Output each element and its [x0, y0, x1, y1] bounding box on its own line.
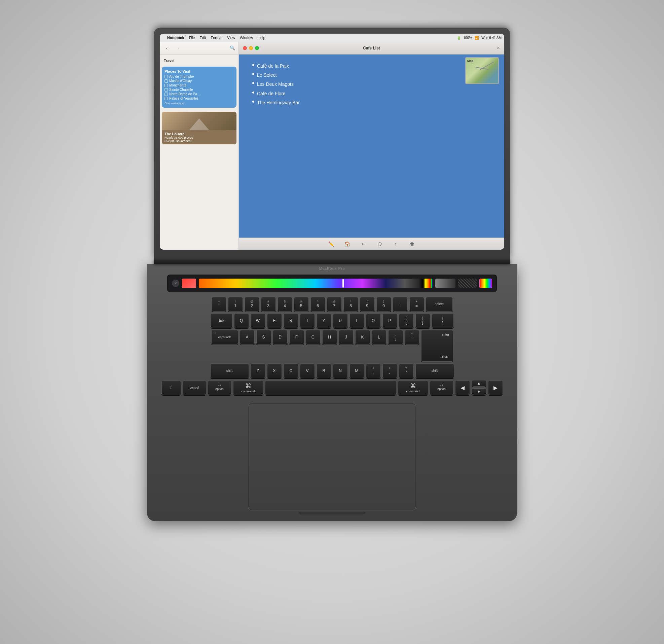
key-u[interactable]: U	[333, 313, 348, 328]
louvre-card[interactable]: The Louvre Nearly 35,000 pieces 652,300 …	[162, 112, 236, 144]
key-alt-option-right[interactable]: altoption	[430, 380, 453, 395]
key-space[interactable]	[265, 380, 396, 395]
keyboard: ~` !1 @2 #3 $4 %5 ^6 &7 *8 (9 )0 _- += d…	[167, 294, 497, 399]
close-button[interactable]	[243, 46, 247, 50]
key-r[interactable]: R	[284, 313, 298, 328]
touchbar-gray-strip[interactable]	[435, 279, 455, 288]
menu-format[interactable]: Format	[211, 36, 222, 40]
undo-icon[interactable]: ↩	[360, 241, 367, 247]
key-period[interactable]: >.	[382, 363, 397, 378]
touchpad[interactable]	[248, 403, 416, 510]
back-button[interactable]: ‹	[163, 44, 170, 52]
key-l[interactable]: L	[372, 330, 387, 345]
key-c[interactable]: C	[284, 363, 298, 378]
key-rbracket[interactable]: }]	[415, 313, 430, 328]
key-g[interactable]: G	[306, 330, 320, 345]
key-minus[interactable]: _-	[393, 297, 408, 311]
key-shift-left[interactable]: shift	[210, 363, 249, 378]
menu-view[interactable]: View	[227, 36, 235, 40]
key-tab[interactable]: tab	[211, 313, 232, 328]
search-button[interactable]: 🔍	[230, 45, 235, 51]
key-quote[interactable]: "'	[404, 330, 419, 345]
key-2[interactable]: @2	[245, 297, 260, 311]
touchbar-color-swatch[interactable]	[182, 279, 196, 288]
key-t[interactable]: T	[300, 313, 315, 328]
key-6[interactable]: ^6	[310, 297, 325, 311]
touchbar-slider-handle[interactable]	[343, 279, 344, 288]
key-h[interactable]: H	[322, 330, 337, 345]
key-n[interactable]: N	[333, 363, 348, 378]
key-i[interactable]: I	[350, 313, 364, 328]
key-e[interactable]: E	[267, 313, 282, 328]
key-a[interactable]: A	[240, 330, 255, 345]
key-v[interactable]: V	[300, 363, 315, 378]
key-o[interactable]: O	[366, 313, 381, 328]
key-command-right[interactable]: ⌘ command	[398, 380, 428, 395]
key-equals[interactable]: +=	[409, 297, 424, 311]
places-card[interactable]: Places To Visit Arc de Triomphe Musée d'…	[162, 67, 236, 108]
key-arrow-left[interactable]: ◀	[455, 380, 470, 395]
bullet-icon	[252, 92, 254, 94]
key-capslock[interactable]: caps lock	[211, 330, 238, 345]
key-q[interactable]: Q	[234, 313, 249, 328]
key-arrow-down[interactable]: ▼	[472, 388, 486, 395]
key-shift-right[interactable]: shift	[415, 363, 454, 378]
key-lbracket[interactable]: {[	[399, 313, 414, 328]
key-delete[interactable]: delete	[426, 297, 453, 311]
key-arrow-up[interactable]: ▲	[472, 380, 486, 387]
key-alt-option-left[interactable]: altoption	[208, 380, 231, 395]
menu-edit[interactable]: Edit	[200, 36, 206, 40]
key-slash[interactable]: ?/	[399, 363, 414, 378]
touchbar-hatched-strip[interactable]	[458, 279, 477, 288]
note-content[interactable]: Café de la Paix Le Select Les Deux Magot…	[252, 62, 491, 107]
window-close-icon[interactable]: ✕	[497, 45, 500, 51]
key-fn[interactable]: fn	[162, 380, 181, 395]
note-body[interactable]: Map Café de la Paix Le Sele	[239, 55, 504, 238]
key-k[interactable]: K	[355, 330, 370, 345]
menu-help[interactable]: Help	[258, 36, 265, 40]
trash-icon[interactable]: 🗑	[409, 241, 415, 247]
key-command-left[interactable]: ⌘ command	[233, 380, 263, 395]
key-b[interactable]: B	[316, 363, 331, 378]
menu-app-name[interactable]: Notebook	[167, 36, 184, 40]
key-3[interactable]: #3	[261, 297, 276, 311]
key-semicolon[interactable]: :;	[388, 330, 403, 345]
minimize-button[interactable]	[249, 46, 253, 50]
key-m[interactable]: M	[350, 363, 364, 378]
key-8[interactable]: *8	[344, 297, 358, 311]
key-s[interactable]: S	[256, 330, 271, 345]
key-backslash[interactable]: |\	[432, 313, 454, 328]
menu-file[interactable]: File	[189, 36, 195, 40]
key-9[interactable]: (9	[360, 297, 375, 311]
key-enter[interactable]: enter return	[421, 330, 453, 362]
key-j[interactable]: J	[339, 330, 354, 345]
key-control[interactable]: control	[183, 380, 206, 395]
bullet-icon	[252, 101, 254, 103]
key-w[interactable]: W	[251, 313, 265, 328]
key-5[interactable]: %5	[294, 297, 309, 311]
key-arrow-right[interactable]: ▶	[488, 380, 503, 395]
touchbar-rainbow-strip[interactable]	[479, 279, 492, 288]
touch-bar[interactable]: ×	[167, 275, 497, 292]
key-backtick[interactable]: ~`	[212, 297, 226, 311]
key-f[interactable]: F	[289, 330, 304, 345]
key-p[interactable]: P	[382, 313, 397, 328]
home-icon[interactable]: 🏠	[344, 241, 351, 247]
brush-icon[interactable]: ✏️	[328, 241, 335, 247]
key-x[interactable]: X	[267, 363, 282, 378]
touchbar-color-slider[interactable]	[199, 279, 433, 288]
touchbar-close-button[interactable]: ×	[172, 280, 179, 287]
key-1[interactable]: !1	[228, 297, 243, 311]
key-d[interactable]: D	[273, 330, 288, 345]
key-z[interactable]: Z	[251, 363, 265, 378]
export-icon[interactable]: ↑	[393, 241, 399, 247]
key-0[interactable]: )0	[376, 297, 391, 311]
key-comma[interactable]: <,	[366, 363, 381, 378]
key-7[interactable]: &7	[327, 297, 342, 311]
key-4[interactable]: $4	[277, 297, 292, 311]
menu-window[interactable]: Window	[240, 36, 253, 40]
maximize-button[interactable]	[255, 46, 259, 50]
key-y[interactable]: Y	[316, 313, 331, 328]
forward-button[interactable]: ›	[174, 44, 182, 52]
share-icon[interactable]: ⬡	[376, 241, 383, 247]
